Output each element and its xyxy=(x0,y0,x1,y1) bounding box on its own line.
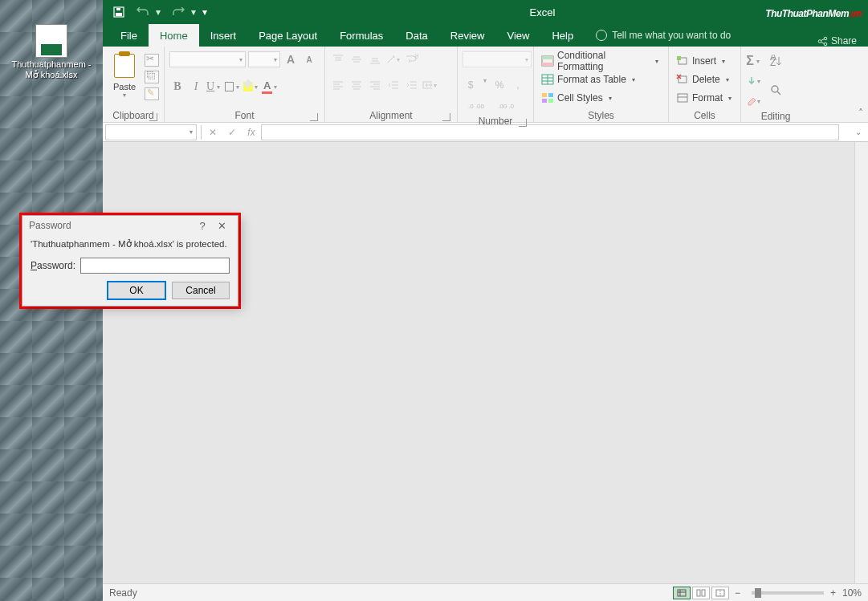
svg-point-3 xyxy=(818,39,821,43)
sort-filter-button[interactable]: AZ xyxy=(765,53,788,69)
save-button[interactable] xyxy=(108,1,130,23)
undo-button[interactable] xyxy=(132,1,154,23)
zoom-level[interactable]: 10% xyxy=(842,587,862,599)
font-name-combo[interactable]: ▾ xyxy=(169,51,246,67)
font-launcher[interactable] xyxy=(310,113,318,121)
font-size-combo[interactable]: ▾ xyxy=(248,51,280,67)
comma-button[interactable]: , xyxy=(510,77,526,93)
name-box[interactable]: ▾ xyxy=(105,124,197,140)
grow-font-button[interactable]: A xyxy=(283,51,299,67)
zoom-slider[interactable] xyxy=(752,591,824,595)
currency-button[interactable]: $ xyxy=(463,77,479,93)
decrease-indent-button[interactable] xyxy=(385,77,401,93)
tab-formulas[interactable]: Formulas xyxy=(328,24,394,47)
dialog-close-button[interactable]: ✕ xyxy=(212,220,231,232)
align-left-button[interactable] xyxy=(330,77,346,93)
cell-styles-button[interactable]: Cell Styles▾ xyxy=(539,90,663,106)
format-as-table-button[interactable]: Format as Table▾ xyxy=(539,71,663,87)
qat-customize[interactable]: ▾ xyxy=(202,1,212,23)
format-painter-button[interactable] xyxy=(145,87,159,100)
alignment-launcher[interactable] xyxy=(442,113,450,121)
dialog-title: Password xyxy=(29,220,71,231)
view-normal-button[interactable] xyxy=(673,587,691,599)
tab-page-layout[interactable]: Page Layout xyxy=(247,24,328,47)
bold-button[interactable]: B xyxy=(169,79,185,95)
align-bottom-button[interactable] xyxy=(367,51,383,67)
share-button[interactable]: Share xyxy=(817,35,857,47)
tab-review[interactable]: Review xyxy=(439,24,496,47)
orientation-button[interactable]: ▾ xyxy=(385,51,401,67)
view-page-break-button[interactable] xyxy=(711,587,729,599)
autosum-button[interactable]: Σ▾ xyxy=(746,53,762,69)
dialog-message: 'Thuthuatphanmem - Mở khoá.xlsx' is prot… xyxy=(31,238,230,250)
align-right-button[interactable] xyxy=(367,77,383,93)
merge-center-button[interactable]: ▾ xyxy=(422,77,438,93)
format-cells-button[interactable]: Format▾ xyxy=(674,90,736,106)
underline-button[interactable]: U▾ xyxy=(206,79,222,95)
svg-rect-25 xyxy=(702,590,705,596)
cut-button[interactable] xyxy=(145,54,159,67)
zoom-in-button[interactable]: + xyxy=(830,587,836,599)
border-icon xyxy=(225,82,234,91)
insert-function-button[interactable]: fx xyxy=(242,124,261,140)
align-middle-button[interactable] xyxy=(348,51,365,67)
align-top-button[interactable] xyxy=(330,51,346,67)
tab-home[interactable]: Home xyxy=(149,24,199,47)
italic-button[interactable]: I xyxy=(188,79,204,95)
delete-cells-button[interactable]: Delete▾ xyxy=(674,71,736,87)
tell-me-search[interactable]: Tell me what you want to do xyxy=(585,24,742,47)
title-bar: ▾ ▾ ▾ Excel ThuThuatPhanMem.vn xyxy=(103,0,868,24)
vertical-scrollbar[interactable] xyxy=(854,142,868,583)
wrap-text-button[interactable]: ab xyxy=(404,51,420,67)
collapse-ribbon-button[interactable]: ˄ xyxy=(858,108,863,119)
desktop-file-icon[interactable]: Thuthuatphanmem - Mở khoá.xlsx xyxy=(8,24,95,80)
tab-view[interactable]: View xyxy=(495,24,540,47)
zoom-out-button[interactable]: − xyxy=(735,587,740,599)
undo-dropdown[interactable]: ▾ xyxy=(156,1,165,23)
decrease-decimal-button[interactable]: .00 .0 xyxy=(492,98,520,114)
find-select-button[interactable] xyxy=(765,83,788,99)
tab-data[interactable]: Data xyxy=(394,24,438,47)
clear-button[interactable]: ▾ xyxy=(746,93,762,109)
increase-decimal-button[interactable]: .0 .00 xyxy=(463,98,490,114)
font-group-label: Font xyxy=(234,110,254,121)
ok-button[interactable]: OK xyxy=(108,282,165,299)
tab-help[interactable]: Help xyxy=(540,24,585,47)
number-launcher[interactable] xyxy=(519,119,527,127)
password-input[interactable] xyxy=(80,258,230,274)
percent-button[interactable]: % xyxy=(491,77,507,93)
view-page-layout-button[interactable] xyxy=(692,587,710,599)
tab-insert[interactable]: Insert xyxy=(199,24,248,47)
group-cells: Insert▾ Delete▾ Format▾ Cells xyxy=(669,47,741,123)
cancel-button[interactable]: Cancel xyxy=(172,282,230,299)
svg-rect-23 xyxy=(678,590,686,596)
shrink-font-button[interactable]: A xyxy=(301,51,317,67)
conditional-formatting-button[interactable]: Conditional Formatting▾ xyxy=(539,53,663,69)
formula-cancel-button[interactable]: ✕ xyxy=(203,124,222,140)
svg-point-5 xyxy=(824,43,827,46)
fill-button[interactable]: ▾ xyxy=(746,73,762,89)
number-format-combo[interactable]: ▾ xyxy=(463,51,532,67)
dialog-titlebar[interactable]: Password ? ✕ xyxy=(22,216,238,235)
align-center-button[interactable] xyxy=(348,77,365,93)
increase-indent-button[interactable] xyxy=(404,77,420,93)
share-label: Share xyxy=(831,35,857,47)
borders-button[interactable]: ▾ xyxy=(225,79,241,95)
insert-cells-button[interactable]: Insert▾ xyxy=(674,53,736,69)
redo-dropdown[interactable]: ▾ xyxy=(191,1,201,23)
copy-button[interactable] xyxy=(145,71,159,83)
formula-input[interactable] xyxy=(261,124,839,140)
fill-color-button[interactable]: ▾ xyxy=(243,79,259,95)
expand-formula-bar[interactable]: ⌄ xyxy=(855,128,868,136)
dialog-help-button[interactable]: ? xyxy=(193,220,212,232)
svg-rect-17 xyxy=(677,56,681,60)
clipboard-launcher[interactable] xyxy=(149,113,157,121)
tab-file[interactable]: File xyxy=(109,24,149,47)
fill-icon xyxy=(243,82,253,91)
formula-enter-button[interactable]: ✓ xyxy=(222,124,242,140)
paste-button[interactable]: Paste ▾ xyxy=(108,51,141,99)
desktop-file-label: Thuthuatphanmem - Mở khoá.xlsx xyxy=(8,59,95,80)
font-color-button[interactable]: A▾ xyxy=(262,79,278,95)
redo-button[interactable] xyxy=(167,1,189,23)
conditional-formatting-label: Conditional Formatting xyxy=(557,50,650,72)
